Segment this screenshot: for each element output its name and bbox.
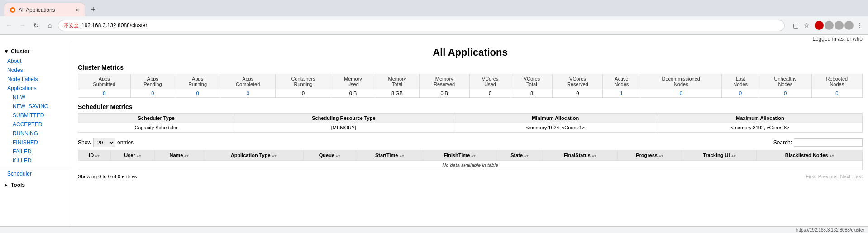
back-button[interactable]: ← — [4, 20, 14, 31]
cluster-metrics-row: 0 0 0 0 0 0 B 8 GB 0 B 0 8 0 1 0 0 — [78, 89, 863, 98]
reload-button[interactable]: ↻ — [31, 20, 42, 31]
status-url: https://192.168.3.132:8088/cluster — [796, 228, 864, 233]
sort-start-icon: ▴▾ — [400, 153, 404, 158]
sidebar: ▼ Cluster About Nodes Node Labels Applic… — [0, 43, 72, 226]
search-label: Search: — [773, 139, 792, 146]
val-vcores-reserved: 0 — [553, 89, 603, 98]
col-apps-submitted: AppsSubmitted — [78, 74, 131, 89]
val-unhealthy-nodes[interactable]: 0 — [759, 89, 812, 98]
sidebar-item-failed[interactable]: FAILED — [0, 147, 72, 156]
sidebar-item-applications[interactable]: Applications — [0, 84, 72, 93]
th-final-status[interactable]: FinalStatus ▴▾ — [543, 150, 617, 161]
cluster-metrics-table: AppsSubmitted AppsPending AppsRunning Ap… — [78, 74, 863, 98]
sort-blacklist-icon: ▴▾ — [830, 153, 834, 158]
sched-col-resource-type: Scheduling Resource Type — [234, 114, 453, 123]
forward-button[interactable]: → — [17, 20, 28, 31]
profile-icons — [815, 21, 854, 30]
sidebar-item-submitted[interactable]: SUBMITTED — [0, 111, 72, 120]
val-lost-nodes[interactable]: 0 — [722, 89, 759, 98]
browser-chrome: All Applications × + ← → ↻ ⌂ 不安全 192.168… — [0, 0, 868, 35]
val-apps-running[interactable]: 0 — [175, 89, 220, 98]
col-lost-nodes: LostNodes — [722, 74, 759, 89]
sched-val-max-alloc: <memory:8192, vCores:8> — [658, 123, 862, 133]
sidebar-cluster-section: ▼ Cluster About Nodes Node Labels Applic… — [0, 47, 72, 178]
val-vcores-total: 8 — [511, 89, 553, 98]
sidebar-item-new[interactable]: NEW — [0, 93, 72, 102]
last-page-button[interactable]: Last — [853, 174, 863, 179]
sidebar-item-killed[interactable]: KILLED — [0, 156, 72, 165]
show-entries: Show 10 20 25 50 100 entries — [78, 138, 134, 147]
scheduler-metrics-title: Scheduler Metrics — [78, 103, 863, 110]
table-controls: Show 10 20 25 50 100 entries Search: — [78, 138, 863, 147]
th-id[interactable]: ID ▴▾ — [78, 150, 111, 161]
close-tab-button[interactable]: × — [76, 6, 79, 14]
sort-name-icon: ▴▾ — [184, 153, 189, 158]
val-apps-submitted[interactable]: 0 — [78, 89, 131, 98]
th-application-type[interactable]: Application Type ▴▾ — [204, 150, 303, 161]
sort-finish-icon: ▴▾ — [471, 153, 476, 158]
th-start-time[interactable]: StartTime ▴▾ — [356, 150, 423, 161]
sidebar-item-about[interactable]: About — [0, 57, 72, 66]
sidebar-divider — [0, 167, 72, 167]
col-active-nodes: ActiveNodes — [603, 74, 640, 89]
sidebar-tools-header[interactable]: ► Tools — [0, 180, 72, 190]
th-finish-time[interactable]: FinishTime ▴▾ — [423, 150, 496, 161]
th-queue[interactable]: Queue ▴▾ — [303, 150, 356, 161]
val-apps-completed[interactable]: 0 — [220, 89, 276, 98]
sidebar-item-accepted[interactable]: ACCEPTED — [0, 120, 72, 129]
sidebar-item-nodes[interactable]: Nodes — [0, 66, 72, 75]
sidebar-item-running[interactable]: RUNNING — [0, 129, 72, 138]
col-apps-completed: AppsCompleted — [220, 74, 276, 89]
menu-icon[interactable]: ⋮ — [855, 21, 864, 30]
val-decommissioned-nodes[interactable]: 0 — [640, 89, 722, 98]
new-tab-button[interactable]: + — [87, 3, 100, 16]
page-title: All Applications — [78, 47, 863, 58]
bookmark-icon[interactable]: ☆ — [802, 21, 811, 30]
th-tracking-ui[interactable]: Tracking UI ▴▾ — [682, 150, 757, 161]
sidebar-item-new-saving[interactable]: NEW_SAVING — [0, 102, 72, 111]
entries-select[interactable]: 10 20 25 50 100 — [93, 138, 115, 147]
col-apps-pending: AppsPending — [130, 74, 175, 89]
search-input[interactable] — [794, 138, 863, 147]
url-box[interactable]: 不安全 192.168.3.132:8088/cluster — [58, 20, 785, 31]
first-page-button[interactable]: First — [806, 174, 815, 179]
th-progress[interactable]: Progress ▴▾ — [617, 150, 682, 161]
tools-arrow-icon: ► — [4, 182, 9, 188]
tab-title: All Applications — [19, 7, 55, 13]
pagination: First Previous Next Last — [806, 174, 863, 179]
sort-user-icon: ▴▾ — [137, 153, 141, 158]
applications-data-table: ID ▴▾ User ▴▾ Name ▴▾ Application Type ▴… — [78, 150, 863, 170]
val-active-nodes[interactable]: 1 — [603, 89, 640, 98]
home-button[interactable]: ⌂ — [44, 20, 55, 31]
active-tab[interactable]: All Applications × — [4, 3, 85, 16]
sched-col-max-alloc: Maximum Allocation — [658, 114, 862, 123]
th-blacklisted-nodes[interactable]: Blacklisted Nodes ▴▾ — [757, 150, 863, 161]
no-data-row: No data available in table — [78, 161, 863, 170]
sidebar-cluster-header[interactable]: ▼ Cluster — [0, 47, 72, 57]
th-user[interactable]: User ▴▾ — [110, 150, 155, 161]
sort-type-icon: ▴▾ — [272, 153, 277, 158]
sidebar-item-node-labels[interactable]: Node Labels — [0, 75, 72, 84]
th-name[interactable]: Name ▴▾ — [155, 150, 204, 161]
profile-dot-1 — [815, 21, 824, 30]
next-page-button[interactable]: Next — [840, 174, 851, 179]
main-layout: ▼ Cluster About Nodes Node Labels Applic… — [0, 43, 868, 226]
col-decommissioned-nodes: DecommissionedNodes — [640, 74, 722, 89]
screenshot-icon[interactable]: ▢ — [791, 21, 800, 30]
previous-page-button[interactable]: Previous — [818, 174, 838, 179]
url-text: 192.168.3.132:8088/cluster — [81, 22, 147, 29]
val-rebooted-nodes[interactable]: 0 — [811, 89, 862, 98]
val-vcores-used: 0 — [469, 89, 511, 98]
sort-final-icon: ▴▾ — [592, 153, 596, 158]
sched-val-resource-type: [MEMORY] — [234, 123, 453, 133]
col-memory-used: MemoryUsed — [331, 74, 375, 89]
val-apps-pending[interactable]: 0 — [130, 89, 175, 98]
sidebar-cluster-label: Cluster — [11, 48, 29, 55]
sidebar-item-finished[interactable]: FINISHED — [0, 138, 72, 147]
sidebar-item-scheduler[interactable]: Scheduler — [0, 169, 72, 178]
val-memory-used: 0 B — [331, 89, 375, 98]
address-bar: ← → ↻ ⌂ 不安全 192.168.3.132:8088/cluster ▢… — [0, 16, 868, 34]
page: Logged in as: dr.who ▼ Cluster About Nod… — [0, 35, 868, 233]
th-state[interactable]: State ▴▾ — [496, 150, 543, 161]
sched-col-min-alloc: Minimum Allocation — [453, 114, 658, 123]
